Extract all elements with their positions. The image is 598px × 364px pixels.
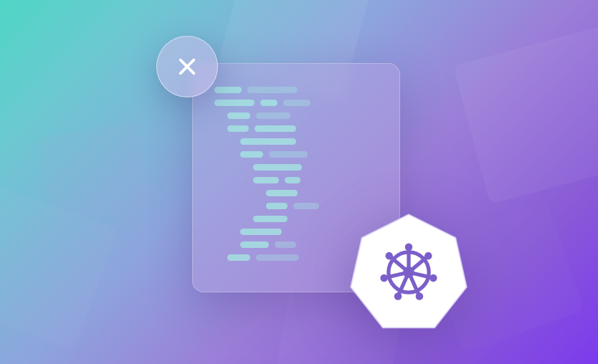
close-icon [176, 55, 199, 78]
close-button[interactable] [156, 36, 218, 97]
svg-point-11 [405, 244, 413, 252]
svg-point-16 [380, 274, 388, 282]
kubernetes-badge [347, 211, 470, 334]
svg-point-14 [416, 292, 424, 300]
svg-point-15 [394, 292, 402, 300]
svg-point-13 [429, 274, 437, 282]
kubernetes-icon [377, 241, 440, 304]
